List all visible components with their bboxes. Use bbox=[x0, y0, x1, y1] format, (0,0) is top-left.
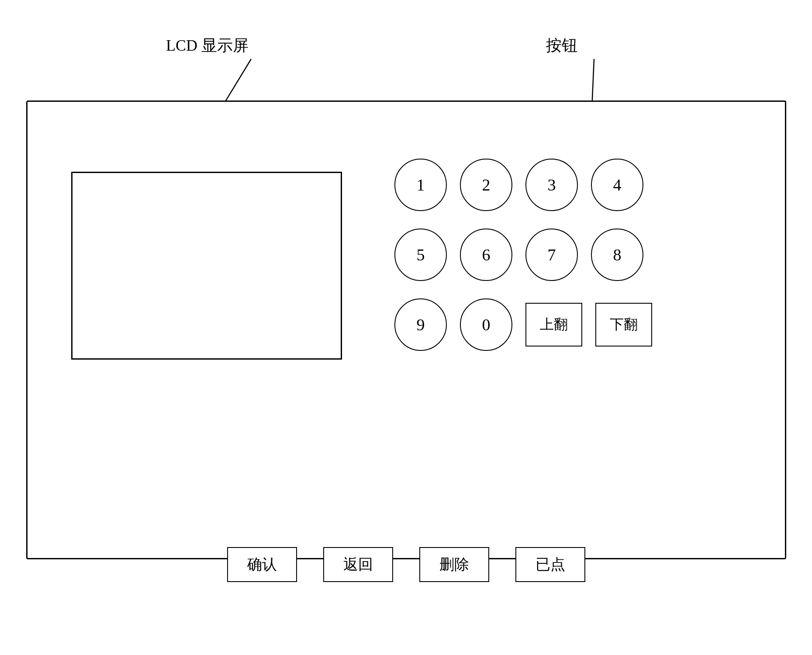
lcd-label: LCD 显示屏 bbox=[166, 35, 249, 56]
key-7[interactable]: 7 bbox=[525, 229, 578, 281]
key-3[interactable]: 3 bbox=[525, 159, 578, 211]
key-8[interactable]: 8 bbox=[591, 229, 643, 281]
keypad-row-2: 5 6 7 8 bbox=[394, 229, 744, 281]
button-label: 按钮 bbox=[546, 35, 577, 56]
page-container: LCD 显示屏 按钮 1 2 3 4 5 6 7 bbox=[0, 0, 812, 655]
key-0[interactable]: 0 bbox=[460, 298, 512, 351]
btn-delete[interactable]: 删除 bbox=[419, 547, 489, 582]
keypad-area: 1 2 3 4 5 6 7 8 9 0 上翻 下翻 bbox=[394, 159, 744, 364]
key-6[interactable]: 6 bbox=[460, 229, 512, 281]
key-4[interactable]: 4 bbox=[591, 159, 643, 211]
key-2[interactable]: 2 bbox=[460, 159, 512, 211]
btn-ordered[interactable]: 已点 bbox=[515, 547, 585, 582]
keypad-row-3: 9 0 上翻 下翻 bbox=[394, 298, 744, 351]
key-up-page[interactable]: 上翻 bbox=[525, 303, 582, 347]
key-1[interactable]: 1 bbox=[394, 159, 447, 211]
key-9[interactable]: 9 bbox=[394, 298, 447, 351]
key-5[interactable]: 5 bbox=[394, 229, 447, 281]
key-down-page[interactable]: 下翻 bbox=[595, 303, 652, 347]
btn-return[interactable]: 返回 bbox=[323, 547, 393, 582]
bottom-bar: 确认 返回 删除 已点 bbox=[227, 547, 585, 582]
btn-confirm[interactable]: 确认 bbox=[227, 547, 297, 582]
lcd-screen bbox=[71, 172, 342, 360]
device-frame: 1 2 3 4 5 6 7 8 9 0 上翻 下翻 确认 返回 bbox=[26, 101, 786, 559]
keypad-row-1: 1 2 3 4 bbox=[394, 159, 744, 211]
